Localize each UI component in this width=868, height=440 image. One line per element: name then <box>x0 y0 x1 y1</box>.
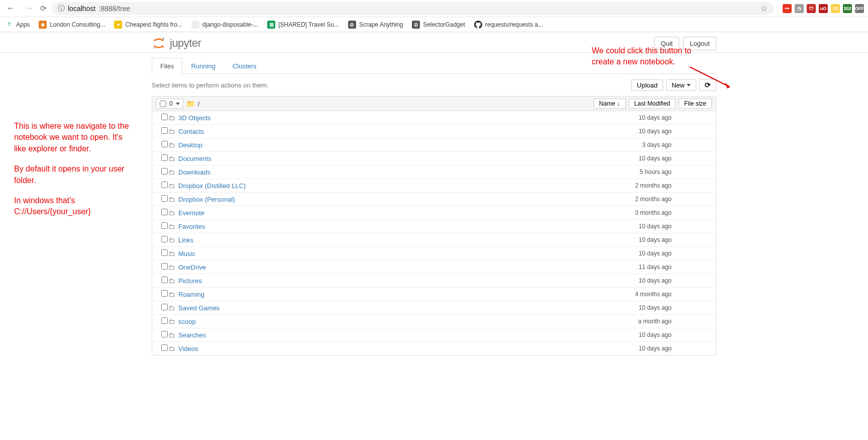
tab-files[interactable]: Files <box>152 58 182 74</box>
row-checkbox[interactable] <box>161 209 168 215</box>
row-checkbox[interactable] <box>161 277 168 283</box>
extension-icon[interactable]: ••• <box>783 4 792 13</box>
bookmark-item[interactable]: requests/requests a... <box>474 21 543 29</box>
folder-link[interactable]: Evernote <box>178 209 204 217</box>
file-row: 🗀Links10 days ago <box>152 233 716 247</box>
site-info-icon: ⓘ <box>58 4 65 13</box>
new-button[interactable]: New <box>666 79 696 91</box>
folder-link[interactable]: Documents <box>178 155 211 162</box>
breadcrumb-row: 0 📁 / Name ↓ Last Modified File size <box>152 97 716 111</box>
row-modified: 10 days ago <box>611 128 682 135</box>
row-checkbox[interactable] <box>161 290 168 297</box>
folder-link[interactable]: Saved Games <box>178 304 220 312</box>
bookmark-item[interactable]: django-disposable-... <box>191 21 258 29</box>
row-checkbox[interactable] <box>161 127 168 134</box>
folder-link[interactable]: Videos <box>178 345 198 353</box>
folder-link[interactable]: Favorites <box>178 223 205 230</box>
annotation-text: In windows that's C://Users/{your_user} <box>14 195 135 218</box>
file-row: 🗀Evernote3 months ago <box>152 206 716 220</box>
bookmark-item[interactable]: ▦[SHARED] Travel Su... <box>267 21 339 29</box>
folder-icon[interactable]: 📁 <box>186 100 195 108</box>
jupyter-logo[interactable]: jupyter <box>152 36 201 50</box>
folder-link[interactable]: Contacts <box>178 128 204 135</box>
back-button[interactable]: ← <box>4 3 17 14</box>
folder-link[interactable]: scoop <box>178 318 196 325</box>
sort-size-button[interactable]: File size <box>679 99 712 109</box>
file-row: 🗀Contacts10 days ago <box>152 125 716 138</box>
folder-icon: 🗀 <box>168 291 178 298</box>
row-checkbox[interactable] <box>161 222 168 229</box>
row-checkbox[interactable] <box>161 195 168 202</box>
bookmark-item[interactable]: ◍SelectorGadget <box>412 21 465 29</box>
tab-clusters[interactable]: Clusters <box>224 58 265 74</box>
refresh-button[interactable]: ⟳ <box>699 79 716 91</box>
folder-icon: 🗀 <box>168 209 178 217</box>
row-checkbox[interactable] <box>161 304 168 310</box>
row-checkbox[interactable] <box>161 317 168 324</box>
folder-link[interactable]: Searches <box>178 331 206 339</box>
folder-link[interactable]: Desktop <box>178 141 202 149</box>
jupyter-logo-text: jupyter <box>170 37 201 50</box>
row-checkbox[interactable] <box>161 141 168 147</box>
folder-icon: 🗀 <box>168 263 178 271</box>
bookmarks-bar: ⠿Apps◉London Consulting...●Cheapest flig… <box>0 17 868 32</box>
extension-icon[interactable]: JS <box>831 4 840 13</box>
row-checkbox[interactable] <box>161 331 168 337</box>
bookmark-item[interactable]: ⠿Apps <box>5 21 30 29</box>
breadcrumb-path[interactable]: / <box>198 100 200 108</box>
tab-running[interactable]: Running <box>182 58 224 74</box>
reload-button[interactable]: ⟳ <box>40 4 47 13</box>
folder-link[interactable]: Dropbox (Distilled LLC) <box>178 182 246 190</box>
extension-icon[interactable]: 🛡 <box>807 4 816 13</box>
folder-link[interactable]: OneDrive <box>178 263 206 271</box>
bookmark-star-icon[interactable]: ☆ <box>761 4 768 13</box>
extension-icon[interactable]: 302 <box>843 4 852 13</box>
select-all-checkbox[interactable] <box>160 101 166 107</box>
row-checkbox[interactable] <box>161 114 168 120</box>
bookmark-item[interactable]: ●Cheapest flights fro... <box>114 21 182 29</box>
upload-button[interactable]: Upload <box>631 79 663 91</box>
annotation-text: We could click this button to create a n… <box>592 46 691 66</box>
folder-link[interactable]: 3D Objects <box>178 114 210 122</box>
bookmark-label: [SHARED] Travel Su... <box>278 21 339 28</box>
file-row: 🗀Videos10 days ago <box>152 342 716 355</box>
svg-point-2 <box>163 47 164 48</box>
row-modified: 10 days ago <box>611 345 682 352</box>
bookmark-icon: ◉ <box>39 21 47 29</box>
annotation-left: This is where we navigate to the noteboo… <box>14 121 135 227</box>
file-row: 🗀Documents10 days ago <box>152 152 716 165</box>
bookmark-item[interactable]: ◍Scrape Anything <box>348 21 403 29</box>
file-row: 🗀Searches10 days ago <box>152 328 716 342</box>
sort-name-button[interactable]: Name ↓ <box>594 99 626 109</box>
folder-link[interactable]: Links <box>178 236 193 244</box>
select-all-control[interactable]: 0 <box>156 99 183 109</box>
folder-link[interactable]: Pictures <box>178 277 202 285</box>
row-checkbox[interactable] <box>161 168 168 174</box>
folder-link[interactable]: Roaming <box>178 291 204 298</box>
annotation-text: By default it opens in your user folder. <box>14 163 135 186</box>
bookmark-item[interactable]: ◉London Consulting... <box>39 21 105 29</box>
row-checkbox[interactable] <box>161 154 168 161</box>
row-checkbox[interactable] <box>161 236 168 242</box>
folder-icon: 🗀 <box>168 155 178 162</box>
folder-icon: 🗀 <box>168 168 178 176</box>
row-checkbox[interactable] <box>161 182 168 188</box>
sort-modified-button[interactable]: Last Modified <box>629 99 676 109</box>
extension-icon[interactable]: uO <box>819 4 828 13</box>
row-checkbox[interactable] <box>161 263 168 270</box>
row-checkbox[interactable] <box>161 344 168 351</box>
address-bar[interactable]: ⓘ localhost:8888/tree ☆ <box>52 2 774 15</box>
bookmark-label: Apps <box>16 21 30 28</box>
row-modified: 5 hours ago <box>611 168 682 175</box>
extension-icon[interactable]: ◔ <box>795 4 804 13</box>
row-checkbox[interactable] <box>161 249 168 256</box>
folder-link[interactable]: Music <box>178 250 195 257</box>
folder-link[interactable]: Dropbox (Personal) <box>178 196 235 203</box>
extension-icon[interactable]: OFF <box>855 4 864 13</box>
file-list: 0 📁 / Name ↓ Last Modified File size 🗀3D… <box>152 96 716 356</box>
forward-button[interactable]: → <box>22 3 35 14</box>
folder-icon: 🗀 <box>168 331 178 339</box>
folder-link[interactable]: Downloads <box>178 168 210 176</box>
row-modified: 3 days ago <box>611 141 682 148</box>
folder-icon: 🗀 <box>168 318 178 325</box>
